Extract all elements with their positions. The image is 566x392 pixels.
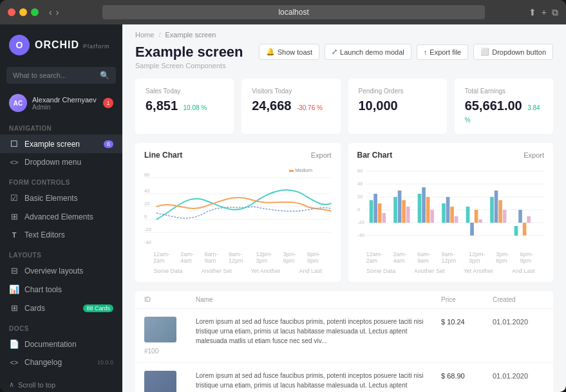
x-label: 9am-12pm [442, 251, 469, 264]
svg-text:0: 0 [144, 214, 147, 219]
forward-button[interactable]: › [56, 7, 59, 17]
breadcrumb-separator: / [158, 31, 160, 39]
stat-value-visitors: 24,668 [252, 98, 291, 113]
svg-rect-48 [498, 200, 502, 223]
stat-value-orders: 10,000 [359, 98, 398, 113]
changelog-icon: <> [9, 359, 19, 366]
add-tab-icon[interactable]: + [542, 7, 547, 18]
svg-rect-30 [397, 191, 401, 223]
sidebar-item-advanced-elements[interactable]: ⊞ Advanced Elements [0, 207, 122, 226]
launch-demo-modal-button[interactable]: ⤢ Launch demo modal [325, 44, 411, 60]
show-toast-button[interactable]: 🔔 Show toast [259, 44, 319, 60]
stat-value-row-orders: 10,000 [359, 98, 437, 113]
sidebar-item-text-editors[interactable]: T Text Editors [0, 226, 122, 244]
sidebar-item-documentation[interactable]: 📄 Documentation [0, 335, 122, 353]
sidebar-item-example-screen[interactable]: ☐ Example screen 6 [0, 135, 122, 153]
cell-created-1: 01.01.2020 [493, 317, 544, 326]
cell-id-2: #200 [144, 371, 196, 392]
stat-card-earnings: Total Earnings 65,661.00 3.84 % [455, 79, 553, 134]
cell-price-1: $ 10.24 [441, 317, 493, 326]
page-header: Example screen Sample Screen Components … [122, 41, 566, 79]
bar-chart-x-labels: 12am-2am 2am-4am 6am-9am 9am-12pm 12pm-3… [357, 251, 545, 264]
url-bar[interactable]: localhost [102, 5, 484, 19]
stat-label-sales: Sales Today [146, 88, 223, 95]
group-label: And Last [512, 268, 535, 274]
stat-card-sales: Sales Today 6,851 10.08 % [135, 79, 234, 134]
sidebar-item-label: Text Editors [24, 230, 65, 239]
group-label: Another Set [414, 268, 445, 274]
svg-rect-45 [478, 219, 482, 223]
logo-name: ORCHID [35, 39, 79, 51]
search-input[interactable]: What to search... 🔍 [6, 67, 116, 84]
notification-badge[interactable]: 1 [103, 98, 113, 108]
col-created: Created [493, 296, 544, 303]
stat-label-orders: Pending Orders [359, 88, 437, 95]
svg-rect-35 [426, 197, 429, 223]
svg-rect-26 [373, 194, 377, 223]
dropdown-button[interactable]: ⬜ Dropdown button [473, 44, 553, 60]
x-label: 3pm-6pm [283, 251, 307, 264]
svg-rect-50 [514, 226, 518, 236]
basic-elements-icon: ☑ [9, 193, 19, 203]
col-name: Name [196, 296, 441, 303]
breadcrumb-home[interactable]: Home [135, 31, 154, 39]
group-label: Some Data [366, 268, 395, 274]
svg-rect-11 [289, 170, 294, 172]
col-id: ID [144, 296, 196, 303]
sidebar-item-label: Chart tools [24, 285, 62, 294]
close-button[interactable] [8, 8, 15, 16]
stat-value-row-visitors: 24,668 -30.76 % [252, 98, 330, 113]
sidebar-item-dropdown-menu[interactable]: <> Dropdown menu [0, 153, 122, 171]
back-button[interactable]: ‹ [49, 7, 52, 17]
logo-icon: O [9, 35, 30, 55]
table-row: #100 Lorem ipsum at sed ad fusce faucibu… [135, 309, 553, 363]
main-content: Home / Example screen Example screen Sam… [122, 24, 566, 392]
svg-text:40: 40 [357, 181, 363, 187]
svg-rect-31 [402, 200, 406, 223]
svg-text:80: 80 [144, 172, 149, 178]
bar-chart-groups: Some Data Another Set Yet Another And La… [357, 268, 545, 274]
maximize-button[interactable] [31, 8, 39, 16]
row-image-2 [144, 371, 176, 392]
cell-id-1: #100 [144, 317, 196, 355]
sidebar-item-chart-tools[interactable]: 📊 Chart tools [0, 280, 122, 299]
x-label: 3pm-6pm [496, 251, 520, 264]
share-icon[interactable]: ⬆ [529, 7, 536, 18]
scroll-to-top[interactable]: ∧ Scroll to top [9, 378, 113, 391]
svg-rect-39 [450, 207, 454, 223]
cards-icon: ⊞ [9, 303, 19, 313]
export-file-button[interactable]: ↑ Export file [417, 44, 468, 60]
svg-rect-52 [522, 223, 526, 236]
svg-rect-25 [369, 200, 373, 223]
line-chart-area: 80 40 20 0 -20 -40 [144, 165, 332, 248]
sidebar-user[interactable]: AC Alexandr Chernyaev Admin 1 [0, 89, 122, 117]
svg-rect-43 [470, 223, 474, 236]
browser-nav: ‹ › [49, 7, 59, 17]
group-label: Another Set [202, 268, 232, 274]
url-text: localhost [278, 8, 308, 17]
tabs-icon[interactable]: ⧉ [552, 7, 558, 18]
chart-tools-icon: 📊 [9, 285, 19, 294]
stat-value-row: 6,851 10.08 % [146, 98, 223, 113]
sidebar-badge: 6 [104, 140, 113, 148]
svg-text:20: 20 [357, 194, 363, 200]
svg-text:-40: -40 [357, 232, 364, 238]
svg-text:-20: -20 [144, 227, 151, 232]
sidebar-logo: O ORCHID Platform [0, 24, 122, 62]
sidebar-item-overview-layouts[interactable]: ⊟ Overview layouts [0, 261, 122, 280]
cell-name-1: Lorem ipsum at sed ad fusce faucibus pri… [196, 317, 441, 346]
stat-label-earnings: Total Earnings [465, 88, 543, 95]
line-chart-export[interactable]: Export [311, 151, 332, 159]
line-chart-x-labels: 12am-2am 2am-4am 6am-9am 9am-12pm 12pm-3… [144, 251, 332, 264]
x-label: 12pm-3pm [256, 251, 283, 264]
bar-chart-export[interactable]: Export [524, 151, 544, 159]
sidebar-item-label: Cards [24, 304, 45, 313]
sidebar-item-label: Advanced Elements [24, 212, 93, 221]
sidebar-item-label: Changelog [24, 358, 62, 367]
sidebar-item-basic-elements[interactable]: ☑ Basic Elements [0, 189, 122, 207]
sidebar-item-cards[interactable]: ⊞ Cards 88 Cards [0, 299, 122, 317]
minimize-button[interactable] [19, 8, 27, 16]
svg-rect-29 [393, 197, 397, 223]
sidebar-item-changelog[interactable]: <> Changelog 10.0.0 [0, 353, 122, 371]
svg-rect-44 [474, 210, 478, 223]
